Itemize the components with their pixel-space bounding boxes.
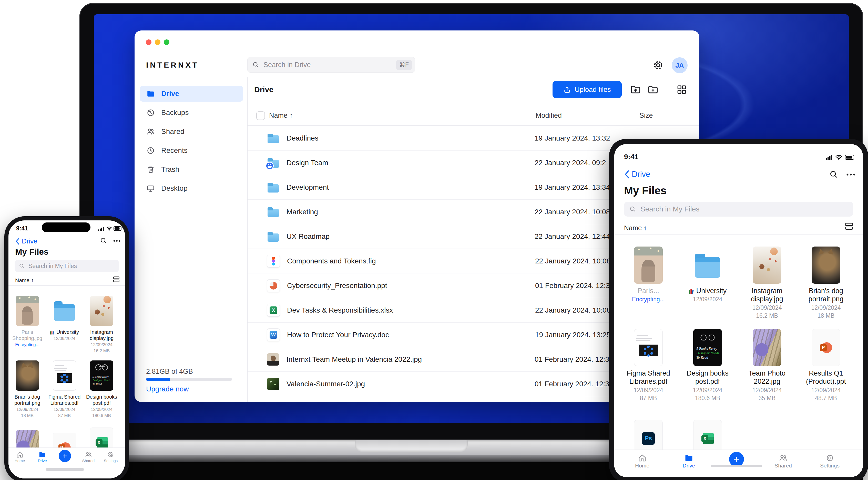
sidebar-item-drive[interactable]: Drive bbox=[140, 86, 243, 102]
cover-text: To Read bbox=[696, 355, 708, 360]
file-size: 48.7 MB bbox=[800, 395, 851, 402]
grid-item-instagram[interactable]: Instagram display.jpg 12/09/2024 16.2 MB bbox=[83, 296, 120, 353]
photo-thumbnail bbox=[812, 246, 840, 284]
file-name: Brian's dog portrait.png bbox=[9, 394, 46, 406]
photo-thumbnail bbox=[753, 246, 781, 284]
more-options-icon[interactable] bbox=[113, 240, 121, 242]
sidebar-item-backups[interactable]: Backups bbox=[140, 105, 243, 121]
cover-text: Designer Needs bbox=[93, 379, 111, 382]
cover-text: To Read bbox=[93, 382, 102, 385]
file-modified: 22 January 2024. 10:08 bbox=[535, 257, 611, 265]
sidebar-item-trash[interactable]: Trash bbox=[140, 162, 243, 177]
settings-gear-icon[interactable] bbox=[652, 59, 664, 71]
search-icon bbox=[19, 263, 25, 269]
close-window-icon[interactable] bbox=[146, 39, 151, 45]
grid-item-paris[interactable]: Paris Shopping.jpg Encrypting... bbox=[9, 296, 46, 347]
upload-folder-icon[interactable] bbox=[630, 84, 641, 95]
avatar[interactable]: JA bbox=[672, 57, 688, 73]
grid-item-dog[interactable]: Brian's dog portrait.png 12/09/2024 18 M… bbox=[9, 361, 46, 418]
file-date: 12/09/2024 bbox=[682, 296, 733, 303]
search-icon[interactable] bbox=[829, 170, 838, 179]
storage-progress-bar bbox=[146, 378, 232, 381]
file-date: 12/09/2024 bbox=[682, 387, 733, 394]
tab-home[interactable]: Home bbox=[629, 453, 655, 469]
photo-thumbnail bbox=[16, 296, 39, 326]
tab-drive[interactable]: Drive bbox=[676, 453, 702, 469]
file-modified: 22 January 2024. 12:44 bbox=[535, 233, 610, 241]
photoshop-icon: Ps bbox=[642, 432, 655, 445]
drive-search-bar[interactable]: ⌘F bbox=[247, 57, 415, 73]
minimize-window-icon[interactable] bbox=[155, 39, 160, 45]
back-button[interactable]: Drive bbox=[15, 237, 37, 245]
grid-item-paris[interactable]: Paris... Encrypting... bbox=[623, 246, 674, 303]
list-view-toggle-icon[interactable] bbox=[113, 276, 120, 282]
grid-item-university[interactable]: University 12/09/2024 bbox=[682, 246, 733, 303]
file-type-icon bbox=[267, 378, 279, 390]
sidebar-item-recents[interactable]: Recents bbox=[140, 143, 243, 159]
grid-item-design-books[interactable]: 5 Books Every Designer Needs To Read Des… bbox=[682, 329, 733, 402]
tab-shared[interactable]: Shared bbox=[78, 451, 99, 463]
upload-files-button[interactable]: Upload files bbox=[553, 81, 622, 98]
file-logo-letter: W bbox=[270, 331, 277, 339]
add-button[interactable] bbox=[59, 450, 71, 462]
search-bar[interactable] bbox=[14, 260, 119, 272]
file-type-icon: X bbox=[267, 304, 280, 317]
grid-item-team-photo[interactable]: Team Photo 2022.jpg 12/09/2024 35 MB bbox=[741, 329, 793, 402]
column-header-size[interactable]: Size bbox=[640, 112, 653, 119]
tab-settings[interactable]: Settings bbox=[100, 451, 121, 463]
search-icon[interactable] bbox=[100, 237, 107, 244]
sort-ascending-icon: ↑ bbox=[289, 112, 293, 119]
sort-control[interactable]: Name ↑ bbox=[624, 224, 647, 232]
tab-settings[interactable]: Settings bbox=[817, 453, 843, 469]
grid-view-icon[interactable] bbox=[676, 84, 687, 95]
plus-icon bbox=[733, 456, 740, 463]
document-thumbnail: 5 Books Every Designer Needs To Read bbox=[693, 329, 722, 366]
folder-icon bbox=[38, 451, 46, 458]
tab-drive[interactable]: Drive bbox=[32, 451, 53, 463]
list-view-toggle-icon[interactable] bbox=[845, 222, 853, 230]
grid-item-university[interactable]: University 12/09/2024 bbox=[46, 296, 83, 341]
more-options-icon[interactable] bbox=[846, 173, 856, 176]
status-time: 9:41 bbox=[624, 153, 639, 161]
grid-item-figma-pdf[interactable]: Figma Shared Libraries.pdf 12/09/2024 87… bbox=[46, 361, 83, 418]
grid-item-results-q1[interactable]: P Results Q1 (Product).ppt 12/09/2024 48… bbox=[800, 329, 851, 402]
file-date: 12/09/2024 bbox=[46, 407, 83, 412]
sort-control[interactable]: Name ↑ bbox=[15, 277, 34, 283]
file-type-icon bbox=[267, 132, 279, 144]
zoom-window-icon[interactable] bbox=[164, 39, 169, 45]
select-all-checkbox[interactable] bbox=[256, 111, 265, 120]
sidebar-item-desktop[interactable]: Desktop bbox=[140, 180, 243, 196]
tab-home[interactable]: Home bbox=[9, 451, 30, 463]
home-indicator[interactable] bbox=[711, 465, 762, 467]
grid-item-design-books[interactable]: 5 Books Every Designer Needs To Read Des… bbox=[83, 361, 120, 418]
file-name: Brian's dog portrait.png bbox=[800, 287, 851, 303]
file-type-icon bbox=[267, 255, 280, 268]
sidebar-item-label: Desktop bbox=[161, 184, 188, 193]
grid-item-figma-pdf[interactable]: Figma Shared Libraries.pdf 12/09/2024 87… bbox=[623, 329, 674, 402]
status-time: 9:41 bbox=[16, 225, 28, 232]
new-folder-icon[interactable] bbox=[647, 84, 659, 95]
column-header-name[interactable]: Name ↑ bbox=[269, 112, 293, 119]
gear-icon bbox=[107, 451, 115, 458]
file-name: How to Protect Your Privacy.doc bbox=[287, 331, 535, 339]
file-modified: 22 January 2024. 09:2 bbox=[535, 159, 606, 167]
search-bar[interactable] bbox=[624, 202, 853, 216]
file-date: 12/09/2024 bbox=[800, 387, 851, 394]
grid-item-dog[interactable]: Brian's dog portrait.png 12/09/2024 18 M… bbox=[800, 246, 851, 319]
search-input[interactable] bbox=[263, 61, 396, 69]
plus-icon bbox=[62, 453, 68, 459]
column-header-modified[interactable]: Modified bbox=[536, 112, 562, 119]
search-input[interactable] bbox=[28, 263, 115, 270]
search-input[interactable] bbox=[640, 205, 848, 213]
back-button[interactable]: Drive bbox=[624, 170, 650, 179]
file-size: 18 MB bbox=[9, 413, 46, 418]
sidebar-item-shared[interactable]: Shared bbox=[140, 124, 243, 139]
home-indicator[interactable] bbox=[45, 468, 84, 471]
tab-shared[interactable]: Shared bbox=[770, 453, 796, 469]
upgrade-link[interactable]: Upgrade now bbox=[146, 385, 189, 393]
upload-icon bbox=[563, 86, 571, 94]
sort-ascending-icon: ↑ bbox=[644, 224, 647, 232]
file-date: 12/09/2024 bbox=[83, 407, 120, 412]
file-name: Paris... bbox=[623, 287, 674, 295]
grid-item-instagram[interactable]: Instagram display.jpg 12/09/2024 16.2 MB bbox=[741, 246, 793, 319]
